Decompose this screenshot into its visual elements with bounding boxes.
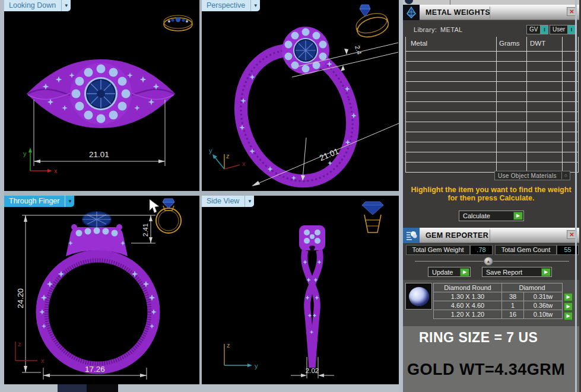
user-button[interactable]: User I (550, 25, 576, 34)
dimension-height-label: 24.20 (16, 288, 25, 308)
dock-icon (405, 0, 413, 4)
jewelry-cad-window: 21.01 y x Looking Down ▼ (0, 0, 581, 392)
svg-text:x: x (242, 160, 246, 167)
column-divider (562, 37, 563, 173)
update-button[interactable]: Update ▶ (428, 267, 471, 277)
gem-reporter-header: GEM REPORTER ✕ (403, 228, 579, 243)
table-row[interactable]: 1.20 X 1.20 16 0.10tw (434, 310, 563, 319)
viewport-tab-perspective[interactable]: Perspective ▼ (202, 0, 260, 11)
column-divider (496, 37, 497, 173)
viewport-through-finger[interactable]: 24.20 2.41 17.26 z x (4, 196, 199, 384)
panel-title: GEM REPORTER (420, 231, 488, 240)
viewport-tab-label[interactable]: Side View (202, 196, 245, 207)
instruction-text: Highlight the item you want to find the … (403, 186, 579, 202)
table-rows-empty[interactable] (406, 51, 578, 173)
svg-text:z: z (227, 342, 230, 349)
panel-edge (399, 0, 403, 392)
status-bar-segment (87, 384, 118, 392)
row-play-icon[interactable]: ▶ (564, 302, 573, 311)
dimension-width-label: 17.26 (85, 365, 105, 374)
ring-size-text: RING SIZE = 7 US (419, 330, 538, 346)
table-header: Metal Grams DWT (406, 37, 578, 51)
user-indicator[interactable]: I (567, 26, 575, 34)
panel-title: METAL WEIGHTS (420, 8, 490, 17)
chevron-down-icon[interactable]: ▼ (245, 196, 254, 207)
metal-weights-header: METAL WEIGHTS ✕ (403, 5, 579, 20)
metal-weights-icon (403, 5, 420, 20)
calculate-button[interactable]: Calculate ▶ (459, 211, 524, 221)
svg-text:y: y (23, 150, 27, 157)
panel-dock-bar (403, 0, 579, 5)
view-compass-icon (164, 15, 192, 31)
view-compass-icon (354, 5, 391, 40)
viewport-side-view[interactable]: 2.02 z y Side View ▼ (202, 196, 399, 384)
viewport-tab-label[interactable]: Looking Down (4, 0, 61, 11)
axis-indicator: z y (224, 342, 258, 369)
use-object-materials-button[interactable]: Use Object Materials ○ (494, 171, 570, 180)
svg-text:x: x (54, 167, 58, 174)
panel-edge (575, 0, 577, 392)
side-panel: METAL WEIGHTS ✕ Library:METAL GV I User … (399, 0, 581, 392)
axis-indicator: z y x (209, 147, 246, 169)
play-icon[interactable]: ▶ (513, 212, 523, 220)
svg-text:z: z (226, 152, 230, 160)
dimension-width-label: 2.02 (306, 367, 319, 374)
svg-text:x: x (41, 357, 45, 364)
table-row[interactable]: 1.30 X 1.30 38 0.31tw (434, 292, 563, 301)
looking-down-canvas[interactable]: 21.01 y x (4, 0, 199, 191)
viewport-perspective[interactable]: 2.4 21.01 z y x Perspective ▼ (202, 0, 399, 191)
divider (490, 7, 490, 18)
viewport-tab-through-finger[interactable]: Through Finger ▼ (4, 196, 74, 207)
table-header: Diamond Round Diamond (434, 283, 563, 292)
view-compass-icon (156, 199, 181, 233)
chevron-down-icon[interactable]: ▼ (65, 196, 74, 207)
svg-text:y: y (255, 362, 258, 369)
mouse-cursor (150, 199, 159, 213)
gold-weight-text: GOLD WT=4.34GRM (407, 361, 565, 379)
ring-model-side-view[interactable] (299, 225, 325, 368)
view-compass-icon (362, 202, 383, 232)
viewport-tab-label[interactable]: Through Finger (4, 196, 65, 207)
gem-thumbnail (405, 283, 432, 310)
through-finger-canvas[interactable]: 24.20 2.41 17.26 z x (4, 196, 199, 384)
dimension-width-label: 21.01 (89, 150, 109, 159)
divider (490, 230, 490, 241)
svg-text:y: y (209, 147, 212, 154)
total-gem-weight-value: .78 (470, 245, 493, 255)
perspective-canvas[interactable]: 2.4 21.01 z y x (202, 0, 399, 191)
metal-weights-table[interactable]: Metal Grams DWT (405, 37, 579, 173)
collapse-handle[interactable]: ▲ (484, 257, 493, 266)
dimension-head-label: 2.41 (142, 224, 149, 237)
viewport-tab-looking-down[interactable]: Looking Down ▼ (4, 0, 71, 11)
table-row[interactable]: 4.60 X 4.60 1 0.36tw (434, 301, 563, 310)
chevron-down-icon[interactable]: ▼ (61, 0, 71, 11)
viewport-tab-label[interactable]: Perspective (202, 0, 250, 11)
status-bar-segment (58, 384, 87, 392)
gv-button[interactable]: GV I (526, 25, 548, 34)
axis-indicator: z x (15, 340, 45, 364)
total-gem-count-label: Total Gem Count (495, 245, 557, 255)
ring-model-front-view[interactable] (39, 212, 157, 368)
diamond-image (409, 287, 429, 306)
column-divider (526, 37, 527, 173)
library-label: Library:METAL (414, 26, 462, 33)
viewport-looking-down[interactable]: 21.01 y x Looking Down ▼ (4, 0, 199, 191)
radio-icon[interactable]: ○ (561, 172, 570, 179)
total-gem-weight-label: Total Gem Weight (406, 245, 470, 255)
row-play-icon[interactable]: ▶ (564, 312, 573, 320)
ring-model-top-view[interactable] (27, 59, 175, 128)
row-play-icon[interactable]: ▶ (564, 293, 573, 301)
gem-reporter-icon (403, 228, 420, 243)
gem-report-table: Diamond Round Diamond 1.30 X 1.30 38 0.3… (433, 283, 563, 319)
svg-text:z: z (18, 340, 21, 348)
window-edge (0, 0, 4, 384)
gv-indicator[interactable]: I (540, 26, 548, 34)
play-icon[interactable]: ▶ (460, 268, 469, 276)
viewport-tab-side-view[interactable]: Side View ▼ (202, 196, 254, 207)
save-report-button[interactable]: Save Report ▶ (482, 267, 552, 277)
side-view-canvas[interactable]: 2.02 z y (202, 196, 399, 384)
status-bar (0, 384, 399, 392)
play-icon[interactable]: ▶ (541, 268, 551, 276)
chevron-down-icon[interactable]: ▼ (250, 0, 260, 11)
dimension-head-label: 2.4 (354, 44, 363, 55)
